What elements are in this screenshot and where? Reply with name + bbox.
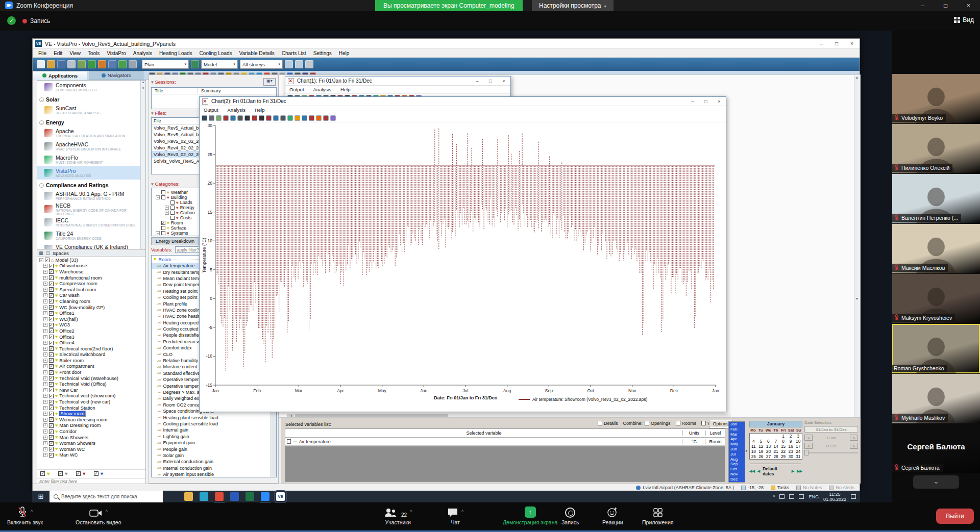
day-11[interactable]: 11 (750, 444, 757, 449)
checkbox-checked-icon[interactable]: ✓ (49, 293, 54, 298)
checkbox-checked-icon[interactable]: ✓ (49, 275, 54, 280)
chat-button[interactable]: ^ Чат (447, 505, 463, 525)
day-5[interactable]: 5 (757, 439, 765, 444)
maximize-button[interactable]: □ (934, 0, 957, 11)
chart1-titlebar[interactable]: Chart(1): Fri 01/Jan to Fri 31/Dec – □ × (285, 77, 510, 86)
expand-icon[interactable]: + (43, 418, 47, 422)
mu-icon[interactable] (244, 115, 250, 121)
day-1[interactable]: 1 (779, 434, 787, 439)
expand-icon[interactable]: + (43, 394, 47, 398)
chart1-menu-analysis[interactable]: Analysis (309, 87, 335, 92)
collapse-icon[interactable]: – (39, 97, 44, 102)
tray-volume-icon[interactable] (799, 494, 804, 499)
day-15[interactable]: 15 (779, 444, 787, 449)
bin-icon[interactable] (129, 60, 137, 68)
participants-button[interactable]: 22 ^ Участники (384, 505, 412, 525)
space-row-wc3[interactable]: +✓♥WC3 (37, 322, 145, 328)
default-dates-button[interactable]: Default dates (763, 466, 789, 476)
checkbox-checked-icon[interactable]: ✓ (49, 394, 54, 398)
checkbox-checked-icon[interactable]: ✓ (49, 406, 54, 410)
participant-tile-валентин-петренко[interactable]: Валентин Петренко (... (892, 174, 980, 223)
expand-icon[interactable]: + (43, 335, 47, 339)
checkbox-checked-icon[interactable]: ✓ (49, 370, 54, 375)
day-12[interactable]: 12 (757, 444, 765, 449)
day-24[interactable]: 24 (794, 449, 802, 454)
expand-icon[interactable]: + (43, 323, 47, 327)
expand-icon[interactable]: + (43, 376, 47, 381)
sidebar-item-apachehvac[interactable]: ApacheHVACHVAC SYSTEM SIMULATION INTERFA… (37, 140, 145, 153)
participant-tile-пилипенко-олексій[interactable]: Пилипенко Олексій (892, 124, 980, 173)
menu-help[interactable]: Help (335, 50, 353, 56)
day-3[interactable]: 3 (794, 434, 802, 439)
space-row-electrical-switchboard[interactable]: +✓♥Electrical switchboard (37, 352, 145, 358)
apps-button[interactable]: Приложения (642, 505, 673, 525)
day-19[interactable]: 19 (757, 449, 765, 454)
day-14[interactable]: 14 (772, 444, 780, 449)
expand-icon[interactable]: + (43, 329, 47, 333)
sidebar-item-ve-compliance-uk-ireland[interactable]: VE Compliance (UK & Ireland)ENERGY PERFO… (37, 242, 145, 249)
checkbox-checked-icon[interactable]: ✓ (49, 417, 54, 422)
menu-vistapro[interactable]: VistaPro (103, 50, 130, 56)
tray-display-icon[interactable] (779, 494, 785, 499)
chart2-menu-help[interactable]: Help (251, 107, 269, 113)
collapse-participants-button[interactable]: ⌄ (913, 475, 959, 489)
participant-tile-максим-масліков[interactable]: Максим Масліков (892, 224, 980, 273)
open-cd-icon[interactable] (67, 60, 76, 68)
month-jun[interactable]: Jun (729, 447, 745, 452)
day-13[interactable]: 13 (765, 444, 772, 449)
ve-maximize-button[interactable]: □ (829, 39, 844, 48)
sidebar-item-iecc[interactable]: IECCINTERNATIONAL ENERGY CONSERVATION CO… (37, 216, 145, 229)
expand-icon[interactable]: + (43, 293, 47, 297)
space-row-office2[interactable]: +✓♥Office2 (37, 328, 145, 334)
expand-icon[interactable]: + (43, 347, 47, 351)
area-chart-icon[interactable] (295, 115, 300, 121)
donut-chart-icon[interactable] (316, 115, 322, 121)
variable-solar-gain[interactable]: -∞Solar gain (152, 452, 276, 459)
checkbox-checked-icon[interactable]: ✓ (49, 423, 54, 428)
space-row-multifunctional-room[interactable]: +✓♥multifunctional room (37, 275, 145, 281)
save-icon[interactable] (57, 60, 65, 68)
month-aug[interactable]: Aug (729, 457, 745, 462)
collapse-icon[interactable]: – (156, 195, 160, 199)
applications-scrollbar[interactable]: ▲▼ (140, 81, 145, 249)
checkbox-checked-icon[interactable]: ✓ (49, 382, 54, 387)
point-icon[interactable] (252, 115, 257, 121)
tree-small-icon[interactable]: ◫ (46, 250, 51, 256)
ve-titlebar[interactable]: VE VE - VistaPro - Volvo_Rev5_Actual_bui… (33, 39, 860, 49)
expand-icon[interactable]: + (43, 299, 47, 303)
sidebar-item-macroflo[interactable]: MacroFloMULTI-ZONE AIR MOVEMENT (37, 153, 145, 166)
day-23[interactable]: 23 (787, 449, 795, 454)
variable-internal-conduction-gain[interactable]: -∞Internal conduction gain (152, 465, 276, 471)
menu-settings[interactable]: Settings (310, 50, 335, 56)
space-row-wc-low-mobility-gp[interactable]: +✓♥WC (low-mobility GP) (37, 305, 145, 311)
expand-icon[interactable]: + (165, 206, 169, 210)
prev-time-button[interactable]: < (804, 443, 813, 449)
tray-expand-icon[interactable]: ^ (773, 494, 775, 499)
language-indicator[interactable]: ENG (808, 494, 819, 499)
expand-icon[interactable]: + (43, 447, 47, 451)
task-view-icon[interactable] (169, 492, 178, 501)
expand-icon[interactable]: + (43, 436, 47, 440)
chart1-menu-output[interactable]: Output (285, 87, 308, 92)
expand-icon[interactable]: + (43, 382, 47, 386)
space-row-air-compartment[interactable]: +✓♥Air compartment (37, 364, 145, 370)
copy-icon[interactable] (216, 115, 222, 121)
checkbox-checked-icon[interactable]: ✓ (49, 412, 54, 416)
checkbox-checked-icon[interactable]: ✓ (49, 441, 54, 446)
unmute-button[interactable]: ^ Включить звук (7, 505, 43, 525)
component-icon[interactable] (108, 60, 116, 68)
month-sep[interactable]: Sep (729, 462, 745, 467)
sidebar-item-ashrae-90-1-app-g-prm[interactable]: ASHRAE 90.1 App. G - PRMPERFORMANCE RATI… (37, 189, 145, 202)
stacked-chart-icon[interactable] (309, 115, 314, 121)
checkbox-checked-icon[interactable]: ✓ (49, 264, 54, 268)
line-chart-icon[interactable] (287, 115, 293, 121)
openings-checkbox[interactable]: Openings (645, 421, 671, 426)
space-row-office1[interactable]: +✓♥Office1 (37, 310, 145, 316)
menu-edit[interactable]: Edit (50, 50, 66, 56)
bottom-hscrollbar[interactable]: ◂ (287, 414, 730, 418)
checkbox-checked-icon[interactable]: ✓ (49, 323, 54, 327)
space-row-new-car[interactable]: +✓♥New Car (37, 387, 145, 393)
weather-location-status[interactable]: Lviv Intl Airport (ASHRAE Climate Zone: … (636, 485, 734, 490)
leave-button[interactable]: Выйти (936, 509, 974, 524)
participant-tile-сергей-балюта[interactable]: Сергей БалютаСергей Балюта (892, 424, 980, 473)
